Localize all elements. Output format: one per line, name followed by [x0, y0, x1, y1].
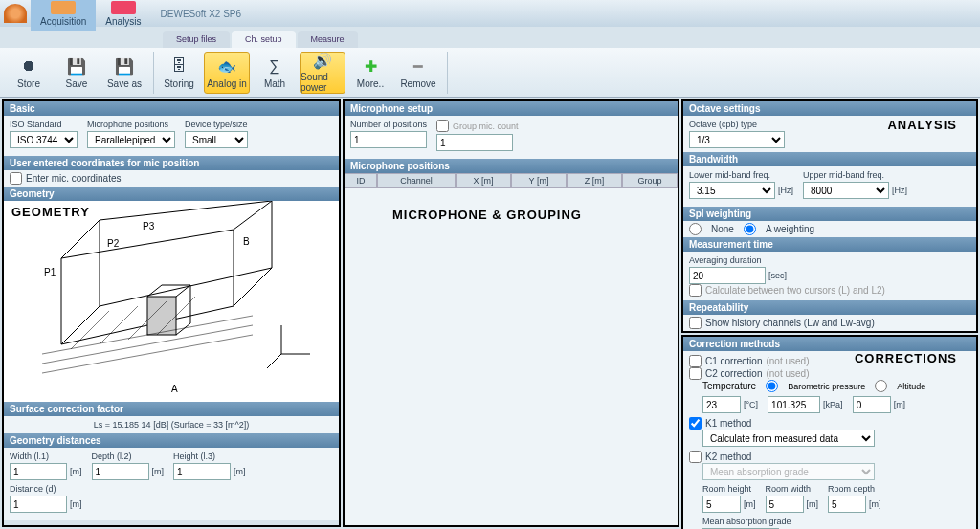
- svg-text:P2: P2: [107, 238, 120, 249]
- math-button[interactable]: ∑Math: [252, 52, 298, 94]
- analysis-overlay: ANALYSIS: [887, 118, 957, 132]
- lower-freq-select[interactable]: 3.15: [689, 182, 775, 199]
- geometry-header: Geometry: [4, 187, 339, 201]
- alt-input[interactable]: [853, 396, 891, 413]
- show-history-checkbox[interactable]: [689, 317, 702, 329]
- iso-standard-select[interactable]: ISO 3744: [10, 131, 78, 148]
- saveas-button[interactable]: 💾Save as: [101, 52, 147, 94]
- acquisition-icon: [51, 1, 76, 14]
- alt-radio[interactable]: [875, 380, 887, 392]
- save-button[interactable]: 💾Save: [54, 52, 100, 94]
- geometry-diagram-icon: P3P2 P1B A: [4, 201, 339, 402]
- soundpower-button[interactable]: 🔊Sound power: [300, 52, 345, 94]
- storing-button[interactable]: 🗄Storing: [156, 52, 202, 94]
- room-depth-input[interactable]: [828, 496, 866, 513]
- more-button[interactable]: ✚More..: [347, 52, 393, 94]
- meas-time-header: Measurement time: [683, 237, 976, 252]
- calc-cursors-checkbox[interactable]: [689, 284, 702, 297]
- spl-header: Spl weighting: [683, 207, 976, 221]
- k1-checkbox[interactable]: [689, 417, 702, 430]
- mic-table-header: ID Channel X [m] Y [m] Z [m] Group: [345, 173, 678, 188]
- save-icon: 💾: [65, 55, 88, 77]
- width-input[interactable]: [10, 463, 67, 480]
- store-button[interactable]: ⏺Store: [6, 52, 52, 94]
- repeat-header: Repeatability: [683, 300, 976, 315]
- nav-acquisition-label: Acquisition: [40, 16, 86, 27]
- group-mic-checkbox[interactable]: [436, 120, 449, 132]
- geometry-canvas: GEOMETRY P3P2 P1B: [4, 201, 339, 402]
- tab-measure[interactable]: Measure: [298, 31, 358, 48]
- soundpower-icon: 🔊: [311, 52, 334, 70]
- store-icon: ⏺: [17, 55, 40, 77]
- svg-rect-0: [147, 297, 176, 335]
- left-panel: Basic ISO StandardISO 3744 Microphone po…: [2, 99, 341, 527]
- enter-mic-coords-checkbox[interactable]: [10, 172, 22, 185]
- bandwidth-header: Bandwidth: [683, 152, 976, 166]
- geom-dist-header: Geometry distances: [4, 433, 339, 448]
- math-icon: ∑: [263, 55, 286, 77]
- tab-setup-files[interactable]: Setup files: [163, 31, 230, 48]
- app-title: DEWESoft X2 SP6: [161, 9, 241, 19]
- tab-ch-setup[interactable]: Ch. setup: [232, 31, 296, 48]
- nav-analysis-label: Analysis: [105, 16, 141, 27]
- octave-type-select[interactable]: 1/3: [689, 131, 785, 148]
- nav-analysis[interactable]: Analysis: [96, 0, 150, 31]
- svg-line-3: [42, 335, 253, 373]
- k2-checkbox[interactable]: [689, 451, 702, 463]
- basic-header: Basic: [4, 101, 339, 116]
- depth-input[interactable]: [92, 463, 149, 480]
- mic-setup-header: Microphone setup: [345, 101, 678, 116]
- spl-none-radio[interactable]: [689, 223, 702, 235]
- baro-radio[interactable]: [766, 380, 778, 392]
- geometry-overlay: GEOMETRY: [11, 205, 90, 219]
- upper-freq-select[interactable]: 8000: [803, 182, 889, 199]
- avg-duration-input[interactable]: [689, 267, 766, 284]
- k2-method-select: Mean absorption grade: [702, 463, 875, 480]
- octave-header: Octave settings: [683, 101, 976, 116]
- c2-checkbox[interactable]: [689, 367, 702, 380]
- mic-overlay: MICROPHONE & GROUPING: [392, 208, 582, 222]
- nav-acquisition[interactable]: Acquisition: [31, 0, 96, 31]
- storing-icon: 🗄: [167, 55, 190, 77]
- room-width-input[interactable]: [766, 496, 804, 513]
- user-coords-header: User entered coordinates for mic positio…: [4, 156, 339, 170]
- app-logo-icon: [4, 4, 27, 23]
- surface-text: Ls = 15.185 14 [dB] (Surface = 33 [m^2]): [4, 416, 339, 433]
- svg-text:A: A: [171, 384, 178, 394]
- toolbar: ⏺Store 💾Save 💾Save as 🗄Storing 🐟Analog i…: [0, 48, 980, 98]
- right-panel: Octave settings ANALYSIS Octave (cpb) ty…: [681, 99, 978, 527]
- distance-input[interactable]: [10, 496, 67, 513]
- remove-button[interactable]: ━Remove: [395, 52, 441, 94]
- mic-positions-select[interactable]: Parallelepiped: [87, 131, 175, 148]
- k1-method-select[interactable]: Calculate from measured data: [702, 430, 875, 447]
- title-bar: Acquisition Analysis DEWESoft X2 SP6: [0, 0, 980, 27]
- room-height-input[interactable]: [702, 496, 741, 513]
- svg-text:P1: P1: [44, 267, 56, 277]
- middle-panel: Microphone setup Number of positions Gro…: [343, 99, 679, 527]
- svg-line-5: [100, 306, 138, 344]
- surface-header: Surface correction factor: [4, 402, 339, 416]
- corrections-overlay: CORRECTIONS: [855, 351, 957, 365]
- minus-icon: ━: [407, 55, 430, 77]
- num-positions-input[interactable]: [350, 131, 427, 148]
- temp-input[interactable]: [702, 396, 741, 413]
- plus-icon: ✚: [359, 55, 382, 77]
- mic-pos-header: Microphone positions: [345, 159, 678, 173]
- group-mic-input[interactable]: [436, 134, 513, 151]
- analogin-button[interactable]: 🐟Analog in: [204, 52, 250, 94]
- svg-line-4: [71, 311, 109, 349]
- corrections-header: Correction methods: [683, 337, 976, 351]
- c1-checkbox[interactable]: [689, 355, 702, 367]
- device-type-select[interactable]: Small: [185, 131, 248, 148]
- saveas-icon: 💾: [113, 55, 136, 77]
- svg-text:P3: P3: [143, 221, 155, 231]
- spl-a-radio[interactable]: [744, 223, 756, 235]
- analogin-icon: 🐟: [215, 55, 238, 77]
- height-input[interactable]: [173, 463, 231, 480]
- analysis-icon: [111, 1, 136, 14]
- baro-input[interactable]: [768, 396, 820, 413]
- svg-text:B: B: [243, 236, 250, 247]
